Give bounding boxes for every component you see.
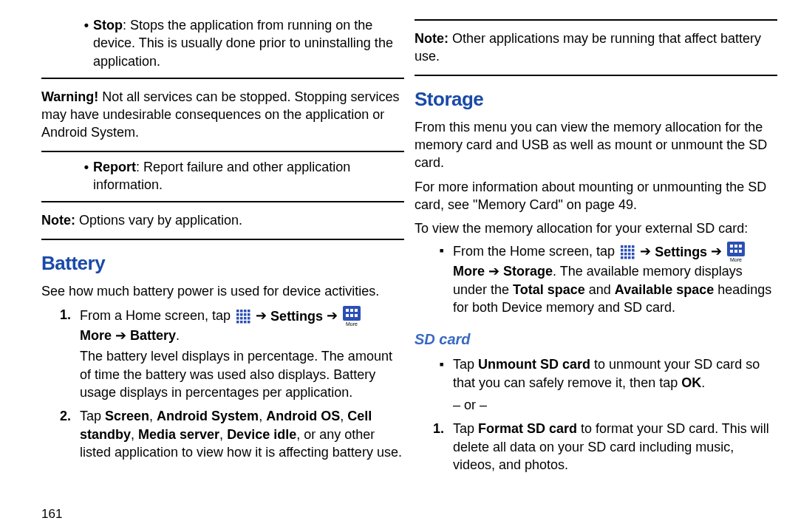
svg-rect-16 (248, 321, 250, 324)
bullet-stop: • Stop: Stops the application from runni… (41, 15, 404, 73)
arrow: ➔ (115, 328, 130, 343)
svg-rect-34 (624, 253, 627, 256)
storage-bullet: ▪ From the Home screen, tap ➔ Settings (415, 242, 777, 316)
svg-rect-26 (624, 245, 627, 248)
svg-rect-12 (248, 317, 250, 320)
bullet-body: Tap Unmount SD card to unmount your SD c… (453, 355, 777, 414)
heading-sdcard: SD card (415, 330, 777, 349)
step1-lead: From a Home screen, tap (80, 308, 234, 323)
storage-p1: From this menu you can view the memory a… (415, 118, 777, 172)
battery-step-2: 2. Tap Screen, Android System, Android O… (41, 407, 404, 461)
bullet-marker: ▪ (415, 355, 453, 414)
svg-rect-7 (244, 313, 247, 316)
svg-rect-46 (734, 250, 737, 253)
svg-rect-28 (632, 245, 635, 248)
more-icon: More (727, 242, 745, 262)
heading-storage: Storage (415, 86, 777, 112)
svg-rect-32 (632, 249, 635, 252)
svg-rect-37 (621, 256, 624, 259)
svg-rect-41 (727, 242, 745, 256)
svg-rect-8 (248, 313, 250, 316)
step-body: From a Home screen, tap ➔ Settings ➔ (80, 306, 404, 401)
divider (41, 78, 404, 79)
svg-rect-33 (621, 253, 624, 256)
sdcard-bullet: ▪ Tap Unmount SD card to unmount your SD… (415, 355, 777, 414)
storage-p3: To view the memory allocation for your e… (415, 219, 777, 237)
svg-rect-2 (240, 310, 243, 313)
svg-rect-22 (350, 314, 353, 317)
warning-label: Warning! (41, 89, 98, 104)
bullet-body: Report: Report failure and other applica… (93, 158, 404, 194)
apps-grid-icon (236, 309, 250, 324)
svg-rect-1 (236, 310, 239, 313)
battery-step-1: 1. From a Home screen, tap ➔ Settings (41, 306, 404, 401)
svg-rect-19 (350, 309, 353, 312)
svg-rect-36 (632, 253, 635, 256)
step-number: 1. (41, 306, 80, 401)
step-body: Tap Format SD card to format your SD car… (453, 420, 777, 474)
svg-rect-23 (355, 314, 358, 317)
more-icon: More (343, 306, 361, 327)
bullet-marker: • (80, 16, 93, 70)
svg-rect-21 (346, 314, 349, 317)
svg-rect-44 (739, 245, 742, 248)
bullet-marker: • (80, 158, 93, 194)
svg-rect-4 (248, 310, 250, 313)
right-column: Note: Other applications may be running … (412, 15, 785, 523)
sdcard-step-1: 1. Tap Format SD card to format your SD … (415, 420, 777, 474)
document-page: • Stop: Stops the application from runni… (0, 0, 798, 532)
svg-rect-30 (624, 249, 627, 252)
divider (41, 151, 404, 152)
svg-rect-15 (244, 321, 247, 324)
stop-text: : Stops the application from running on … (93, 18, 393, 69)
svg-rect-13 (236, 321, 239, 324)
stop-label: Stop (93, 18, 123, 33)
svg-rect-47 (739, 250, 742, 253)
svg-rect-18 (346, 309, 349, 312)
warning-block: Warning! Not all services can be stopped… (41, 88, 404, 142)
svg-rect-10 (240, 317, 243, 320)
note-text: Other applications may be running that a… (415, 31, 761, 64)
svg-rect-43 (734, 245, 737, 248)
svg-rect-29 (621, 249, 624, 252)
arrow: ➔ (256, 308, 270, 323)
note-block: Note: Options vary by application. (41, 211, 404, 229)
divider (41, 201, 404, 202)
apps-grid-icon (620, 245, 635, 259)
or-line: – or – (453, 398, 487, 412)
report-label: Report (93, 160, 136, 174)
svg-rect-11 (244, 317, 247, 320)
svg-rect-38 (624, 256, 627, 259)
svg-rect-42 (730, 245, 733, 248)
storage-p2: For more information about mounting or u… (415, 178, 777, 214)
step-number: 2. (41, 407, 80, 461)
battery-intro: See how much battery power is used for d… (41, 282, 404, 300)
svg-rect-9 (236, 317, 239, 320)
svg-rect-40 (632, 256, 635, 259)
more-word: More (80, 328, 112, 343)
svg-rect-27 (628, 245, 631, 248)
svg-rect-5 (236, 313, 239, 316)
page-number: 161 (41, 500, 404, 523)
bullet-body: From the Home screen, tap ➔ Settings ➔ (453, 242, 777, 316)
bullet-body: Stop: Stops the application from running… (93, 16, 404, 70)
arrow: ➔ (327, 308, 341, 323)
svg-rect-31 (628, 249, 631, 252)
note-block-right: Note: Other applications may be running … (415, 30, 777, 66)
svg-rect-45 (730, 250, 733, 253)
svg-rect-17 (343, 306, 361, 321)
left-column: • Stop: Stops the application from runni… (41, 15, 412, 523)
svg-rect-14 (240, 321, 243, 324)
step-number: 1. (415, 420, 453, 474)
svg-text:More: More (346, 321, 358, 327)
svg-rect-25 (621, 245, 624, 248)
svg-rect-39 (628, 256, 631, 259)
heading-battery: Battery (41, 250, 404, 276)
bullet-marker: ▪ (415, 242, 453, 316)
svg-text:More: More (730, 257, 742, 262)
step1-tail: The battery level displays in percentage… (80, 349, 392, 400)
svg-rect-6 (240, 313, 243, 316)
settings-word: Settings (270, 309, 323, 324)
note-text: Options vary by application. (75, 213, 242, 228)
note-label: Note: (415, 31, 449, 46)
